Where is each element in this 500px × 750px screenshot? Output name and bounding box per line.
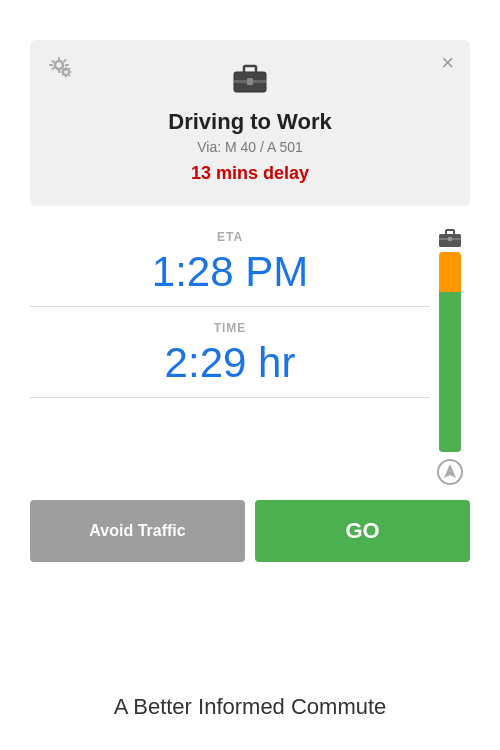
go-button[interactable]: GO	[255, 500, 470, 562]
trip-route: Via: M 40 / A 501	[50, 139, 450, 155]
svg-rect-8	[446, 230, 454, 235]
svg-rect-6	[247, 78, 253, 85]
avoid-traffic-button[interactable]: Avoid Traffic	[30, 500, 245, 562]
time-value: 2:29 hr	[30, 339, 430, 387]
time-label: TIME	[30, 321, 430, 335]
navigation-icon	[436, 458, 464, 492]
delay-badge: 13 mins delay	[50, 163, 450, 184]
info-panel: ETA 1:28 PM TIME 2:29 hr	[30, 216, 430, 492]
main-panel: ETA 1:28 PM TIME 2:29 hr	[30, 206, 470, 492]
button-row: Avoid Traffic GO	[30, 500, 470, 562]
svg-rect-4	[244, 66, 256, 74]
svg-point-0	[55, 61, 63, 69]
traffic-bar-green	[439, 292, 461, 452]
time-row: TIME 2:29 hr	[30, 307, 430, 398]
traffic-bar	[439, 252, 461, 452]
eta-value: 1:28 PM	[30, 248, 430, 296]
traffic-bar-orange	[439, 252, 461, 292]
eta-row: ETA 1:28 PM	[30, 216, 430, 307]
eta-label: ETA	[30, 230, 430, 244]
traffic-briefcase-icon	[437, 226, 463, 252]
destination-icon	[50, 58, 450, 101]
settings-icon[interactable]	[46, 54, 76, 84]
svg-rect-10	[448, 237, 452, 241]
close-icon[interactable]: ×	[441, 52, 454, 74]
footer-tagline: A Better Informed Commute	[0, 694, 500, 720]
trip-card: × Driving to Work Via: M 40 / A 501 13 m…	[30, 40, 470, 206]
trip-title: Driving to Work	[50, 109, 450, 135]
traffic-bar-container	[430, 216, 470, 492]
